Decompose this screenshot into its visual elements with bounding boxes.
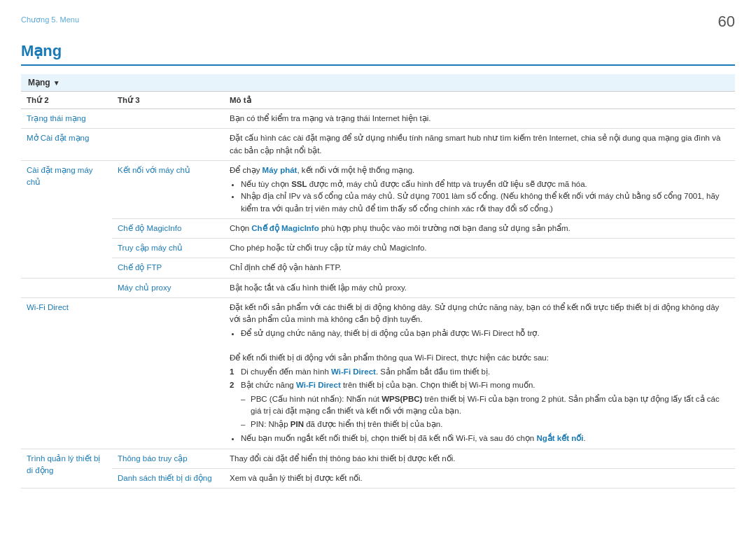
section-arrow: ▼ <box>53 79 60 87</box>
section-label: Mạng <box>28 78 50 87</box>
list-item: PBC (Cấu hình nút nhấn): Nhấn nút WPS(PB… <box>241 393 729 418</box>
wifi-direct-link2[interactable]: Wi-Fi Direct <box>296 381 341 389</box>
row2-col3: Đặt cấu hình các cài đặt mạng để sử dụng… <box>224 129 735 161</box>
row6-col3: Chỉ định chế độ vận hành FTP. <box>224 258 735 278</box>
table-row: Máy chủ proxy Bật hoặc tắt và cấu hình t… <box>21 278 735 297</box>
table-row: Danh sách thiết bị di động Xem và quản l… <box>21 468 735 488</box>
list-item: 2Bật chức năng Wi-Fi Direct trên thiết b… <box>230 379 729 391</box>
may-phat-link[interactable]: Máy phát <box>262 166 298 174</box>
wifi-direct-col3: Đặt kết nối sản phẩm với các thiết bị di… <box>224 297 735 449</box>
list-item: Nhập địa chỉ IPv và số cổng của máy chủ.… <box>241 190 729 215</box>
table-row: Trình quản lý thiết bị di động Thông báo… <box>21 449 735 468</box>
row5-col2[interactable]: Truy cập máy chủ <box>118 244 183 252</box>
table-row: Mở Cài đặt mạng Đặt cấu hình các cài đặt… <box>21 129 735 161</box>
list-item: Nếu bạn muốn ngắt kết nối thiết bị, chọn… <box>241 433 729 444</box>
disconnect-link[interactable]: Ngắt kết nối <box>536 434 583 442</box>
row6-col2[interactable]: Chế độ FTP <box>118 263 162 272</box>
row5-col3: Cho phép hoặc từ chối truy cập từ máy ch… <box>224 239 735 258</box>
wifi-direct-link1[interactable]: Wi-Fi Direct <box>331 367 376 376</box>
row3-col2[interactable]: Kết nối với máy chủ <box>118 166 190 174</box>
header-col3: Mô tả <box>224 92 735 109</box>
list-item: 1Di chuyển đến màn hình Wi-Fi Direct. Sả… <box>230 366 729 378</box>
row9-col2[interactable]: Thông báo truy cập <box>118 454 188 463</box>
page-title: Mạng <box>21 42 735 60</box>
row7-col1 <box>21 278 112 297</box>
row4-col3: Chọn Chế độ MagicInfo phù hợp phụ thuộc … <box>224 218 735 238</box>
table-row: Chế độ MagicInfo Chọn Chế độ MagicInfo p… <box>21 218 735 238</box>
table-row: Cài đặt mạng máy chủ Kết nối với máy chủ… <box>21 160 735 218</box>
may-chu-proxy-link[interactable]: Máy chủ proxy <box>118 283 171 292</box>
row4-col2[interactable]: Chế độ MagicInfo <box>118 224 181 232</box>
row3-col3: Để chạy Máy phát, kết nối với một hệ thố… <box>224 160 735 218</box>
list-item: Nếu tùy chọn SSL được mở, máy chủ được c… <box>241 178 729 190</box>
page-number: 60 <box>718 13 735 31</box>
row3-col1[interactable]: Cài đặt mạng máy chủ <box>27 166 93 186</box>
row2-col2 <box>112 129 224 161</box>
row10-col3: Xem và quản lý thiết bị được kết nối. <box>224 468 735 488</box>
table-row: Truy cập máy chủ Cho phép hoặc từ chối t… <box>21 239 735 258</box>
row7-col3: Bật hoặc tắt và cấu hình thiết lập máy c… <box>224 278 735 297</box>
row2-col1[interactable]: Mở Cài đặt mạng <box>27 134 89 142</box>
table-row: Wi-Fi Direct Đặt kết nối sản phẩm với cá… <box>21 297 735 449</box>
header-col2: Thứ 3 <box>112 92 224 109</box>
row10-col2[interactable]: Danh sách thiết bị di động <box>118 474 212 482</box>
row9-col3: Thay đổi cài đặt để hiển thị thông báo k… <box>224 449 735 468</box>
header-col1: Thứ 2 <box>21 92 112 109</box>
chapter-label: Chương 5. Menu <box>21 15 79 24</box>
title-divider <box>21 64 735 66</box>
wifi-direct-col1[interactable]: Wi-Fi Direct <box>27 303 69 311</box>
section-header: Mạng ▼ <box>21 74 735 91</box>
main-table: Thứ 2 Thứ 3 Mô tả Trạng thái mạng Bạn có… <box>21 91 735 489</box>
row1-col2 <box>112 109 224 129</box>
row1-col3: Bạn có thể kiểm tra mạng và trạng thái I… <box>224 109 735 129</box>
wifi-direct-col2 <box>112 297 224 449</box>
list-item: PIN: Nhập PIN đã được hiển thị trên thiế… <box>241 419 729 430</box>
table-header-row: Thứ 2 Thứ 3 Mô tả <box>21 92 735 109</box>
row9-col1[interactable]: Trình quản lý thiết bị di động <box>27 454 100 475</box>
table-row: Trạng thái mạng Bạn có thể kiểm tra mạng… <box>21 109 735 129</box>
row1-col1[interactable]: Trạng thái mạng <box>27 114 86 122</box>
magicinfo-link[interactable]: Chế độ MagicInfo <box>251 224 318 232</box>
table-row: Chế độ FTP Chỉ định chế độ vận hành FTP. <box>21 258 735 278</box>
list-item: Để sử dụng chức năng này, thiết bị di độ… <box>241 328 729 339</box>
